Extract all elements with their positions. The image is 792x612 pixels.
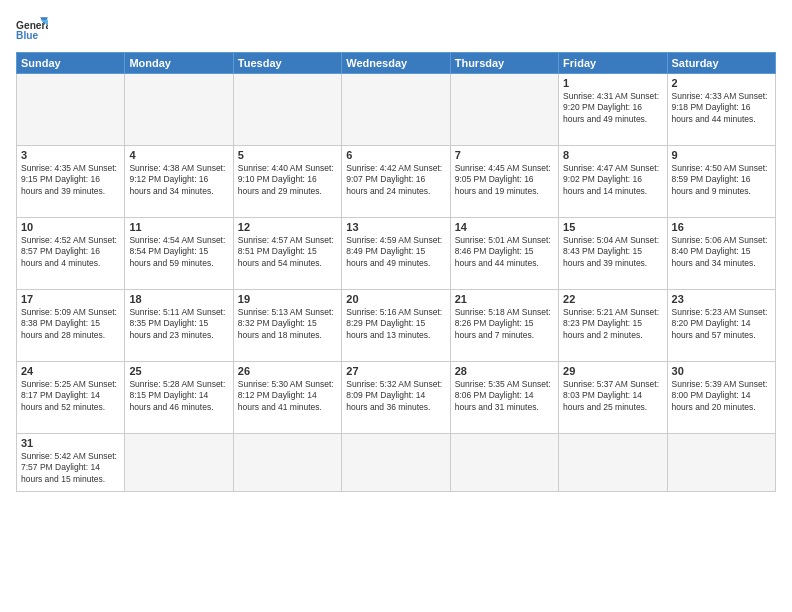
day-cell: 24Sunrise: 5:25 AM Sunset: 8:17 PM Dayli… [17,362,125,434]
generalblue-logo-icon: General Blue [16,16,48,44]
day-info: Sunrise: 5:11 AM Sunset: 8:35 PM Dayligh… [129,307,228,341]
day-info: Sunrise: 4:54 AM Sunset: 8:54 PM Dayligh… [129,235,228,269]
day-cell [450,74,558,146]
day-cell: 29Sunrise: 5:37 AM Sunset: 8:03 PM Dayli… [559,362,667,434]
day-cell [667,434,775,492]
day-info: Sunrise: 5:42 AM Sunset: 7:57 PM Dayligh… [21,451,120,485]
day-info: Sunrise: 4:50 AM Sunset: 8:59 PM Dayligh… [672,163,771,197]
svg-text:Blue: Blue [16,30,38,41]
day-cell: 16Sunrise: 5:06 AM Sunset: 8:40 PM Dayli… [667,218,775,290]
day-info: Sunrise: 4:31 AM Sunset: 9:20 PM Dayligh… [563,91,662,125]
day-info: Sunrise: 5:32 AM Sunset: 8:09 PM Dayligh… [346,379,445,413]
week-row-5: 31Sunrise: 5:42 AM Sunset: 7:57 PM Dayli… [17,434,776,492]
day-cell: 1Sunrise: 4:31 AM Sunset: 9:20 PM Daylig… [559,74,667,146]
day-info: Sunrise: 5:39 AM Sunset: 8:00 PM Dayligh… [672,379,771,413]
day-number: 9 [672,149,771,161]
logo: General Blue [16,16,48,44]
header: General Blue [16,16,776,44]
day-cell [125,74,233,146]
week-row-3: 17Sunrise: 5:09 AM Sunset: 8:38 PM Dayli… [17,290,776,362]
day-info: Sunrise: 4:57 AM Sunset: 8:51 PM Dayligh… [238,235,337,269]
day-cell: 5Sunrise: 4:40 AM Sunset: 9:10 PM Daylig… [233,146,341,218]
week-row-0: 1Sunrise: 4:31 AM Sunset: 9:20 PM Daylig… [17,74,776,146]
day-info: Sunrise: 5:21 AM Sunset: 8:23 PM Dayligh… [563,307,662,341]
day-number: 19 [238,293,337,305]
weekday-header-saturday: Saturday [667,53,775,74]
day-number: 18 [129,293,228,305]
day-info: Sunrise: 5:30 AM Sunset: 8:12 PM Dayligh… [238,379,337,413]
day-number: 30 [672,365,771,377]
day-cell: 4Sunrise: 4:38 AM Sunset: 9:12 PM Daylig… [125,146,233,218]
day-cell: 19Sunrise: 5:13 AM Sunset: 8:32 PM Dayli… [233,290,341,362]
day-info: Sunrise: 5:16 AM Sunset: 8:29 PM Dayligh… [346,307,445,341]
weekday-header-monday: Monday [125,53,233,74]
page: General Blue SundayMondayTuesdayWednesda… [0,0,792,612]
day-info: Sunrise: 5:06 AM Sunset: 8:40 PM Dayligh… [672,235,771,269]
day-cell [233,434,341,492]
day-cell: 3Sunrise: 4:35 AM Sunset: 9:15 PM Daylig… [17,146,125,218]
day-info: Sunrise: 5:04 AM Sunset: 8:43 PM Dayligh… [563,235,662,269]
day-info: Sunrise: 4:52 AM Sunset: 8:57 PM Dayligh… [21,235,120,269]
week-row-4: 24Sunrise: 5:25 AM Sunset: 8:17 PM Dayli… [17,362,776,434]
day-cell: 18Sunrise: 5:11 AM Sunset: 8:35 PM Dayli… [125,290,233,362]
day-cell [233,74,341,146]
day-cell: 13Sunrise: 4:59 AM Sunset: 8:49 PM Dayli… [342,218,450,290]
day-number: 13 [346,221,445,233]
day-info: Sunrise: 5:09 AM Sunset: 8:38 PM Dayligh… [21,307,120,341]
day-cell: 14Sunrise: 5:01 AM Sunset: 8:46 PM Dayli… [450,218,558,290]
day-number: 7 [455,149,554,161]
day-cell [559,434,667,492]
day-info: Sunrise: 4:33 AM Sunset: 9:18 PM Dayligh… [672,91,771,125]
day-number: 2 [672,77,771,89]
calendar-table: SundayMondayTuesdayWednesdayThursdayFrid… [16,52,776,492]
day-cell: 8Sunrise: 4:47 AM Sunset: 9:02 PM Daylig… [559,146,667,218]
day-cell: 21Sunrise: 5:18 AM Sunset: 8:26 PM Dayli… [450,290,558,362]
day-number: 31 [21,437,120,449]
day-info: Sunrise: 4:42 AM Sunset: 9:07 PM Dayligh… [346,163,445,197]
day-cell: 2Sunrise: 4:33 AM Sunset: 9:18 PM Daylig… [667,74,775,146]
day-number: 3 [21,149,120,161]
day-number: 26 [238,365,337,377]
day-cell: 25Sunrise: 5:28 AM Sunset: 8:15 PM Dayli… [125,362,233,434]
day-cell [450,434,558,492]
day-cell [342,434,450,492]
day-number: 21 [455,293,554,305]
weekday-header-row: SundayMondayTuesdayWednesdayThursdayFrid… [17,53,776,74]
day-number: 10 [21,221,120,233]
weekday-header-friday: Friday [559,53,667,74]
day-number: 14 [455,221,554,233]
day-info: Sunrise: 4:35 AM Sunset: 9:15 PM Dayligh… [21,163,120,197]
day-number: 29 [563,365,662,377]
day-info: Sunrise: 4:38 AM Sunset: 9:12 PM Dayligh… [129,163,228,197]
day-number: 1 [563,77,662,89]
day-number: 16 [672,221,771,233]
day-cell [17,74,125,146]
day-cell: 9Sunrise: 4:50 AM Sunset: 8:59 PM Daylig… [667,146,775,218]
day-cell: 23Sunrise: 5:23 AM Sunset: 8:20 PM Dayli… [667,290,775,362]
day-cell: 10Sunrise: 4:52 AM Sunset: 8:57 PM Dayli… [17,218,125,290]
day-info: Sunrise: 5:13 AM Sunset: 8:32 PM Dayligh… [238,307,337,341]
day-cell: 28Sunrise: 5:35 AM Sunset: 8:06 PM Dayli… [450,362,558,434]
day-number: 8 [563,149,662,161]
day-cell: 6Sunrise: 4:42 AM Sunset: 9:07 PM Daylig… [342,146,450,218]
day-cell: 12Sunrise: 4:57 AM Sunset: 8:51 PM Dayli… [233,218,341,290]
day-cell: 11Sunrise: 4:54 AM Sunset: 8:54 PM Dayli… [125,218,233,290]
day-cell [342,74,450,146]
day-cell: 17Sunrise: 5:09 AM Sunset: 8:38 PM Dayli… [17,290,125,362]
weekday-header-thursday: Thursday [450,53,558,74]
week-row-1: 3Sunrise: 4:35 AM Sunset: 9:15 PM Daylig… [17,146,776,218]
day-number: 6 [346,149,445,161]
day-number: 15 [563,221,662,233]
weekday-header-tuesday: Tuesday [233,53,341,74]
day-cell: 15Sunrise: 5:04 AM Sunset: 8:43 PM Dayli… [559,218,667,290]
day-info: Sunrise: 5:28 AM Sunset: 8:15 PM Dayligh… [129,379,228,413]
day-number: 4 [129,149,228,161]
week-row-2: 10Sunrise: 4:52 AM Sunset: 8:57 PM Dayli… [17,218,776,290]
day-number: 17 [21,293,120,305]
day-cell: 27Sunrise: 5:32 AM Sunset: 8:09 PM Dayli… [342,362,450,434]
day-number: 5 [238,149,337,161]
weekday-header-wednesday: Wednesday [342,53,450,74]
day-info: Sunrise: 5:23 AM Sunset: 8:20 PM Dayligh… [672,307,771,341]
day-number: 12 [238,221,337,233]
day-number: 23 [672,293,771,305]
